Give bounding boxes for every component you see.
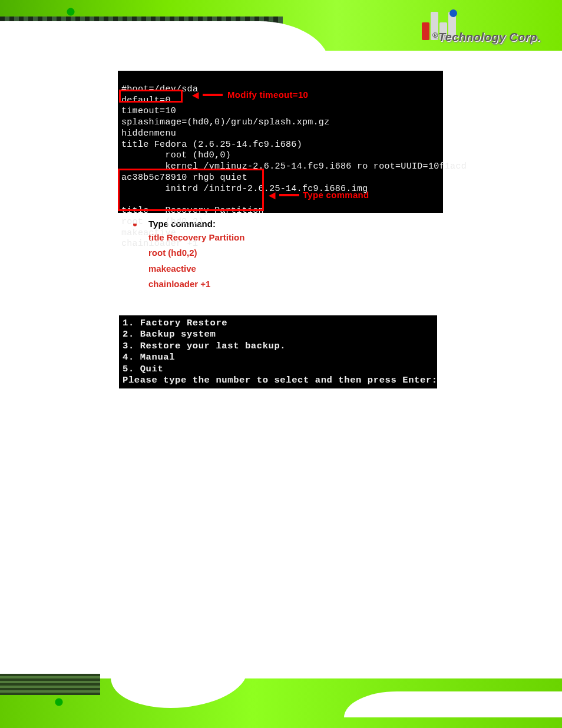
page-content: #boot=/dev/sda default=0 timeout=10 spla… (0, 71, 562, 388)
header-swoosh (0, 21, 330, 66)
code-line-makeactive: makeactive (148, 261, 527, 276)
grub-lines-pre: #boot=/dev/sda default=0 (121, 84, 198, 106)
annotation-type-command: Type command (303, 190, 369, 201)
registered-mark: ® (432, 31, 438, 39)
annotation-modify-timeout: Modify timeout=10 (227, 90, 308, 101)
brand-name: Technology Corp. (438, 31, 541, 44)
code-line-root: root (hd0,2) (148, 245, 527, 261)
footer-swoosh-right (344, 691, 562, 717)
code-line-chainloader: chainloader +1 (148, 276, 527, 292)
arrow-icon: ◄ (269, 189, 276, 203)
code-line-title: title Recovery Partition (148, 230, 527, 245)
footer-banner (0, 657, 562, 728)
brand-text: ®Technology Corp. (432, 31, 541, 44)
footer-chip-fragment (0, 674, 100, 695)
header-banner: ®Technology Corp. (0, 0, 562, 66)
grub-lines-mid: splashimage=(hd0,0)/grub/splash.xpm.gz h… (121, 117, 467, 194)
grub-config-terminal: #boot=/dev/sda default=0 timeout=10 spla… (118, 71, 443, 213)
grub-timeout-line: timeout=10 (121, 106, 176, 116)
recovery-menu-text: 1. Factory Restore 2. Backup system 3. R… (123, 318, 438, 386)
arrow-icon: ◄ (192, 88, 199, 103)
recovery-menu-terminal: 1. Factory Restore 2. Backup system 3. R… (119, 315, 437, 388)
